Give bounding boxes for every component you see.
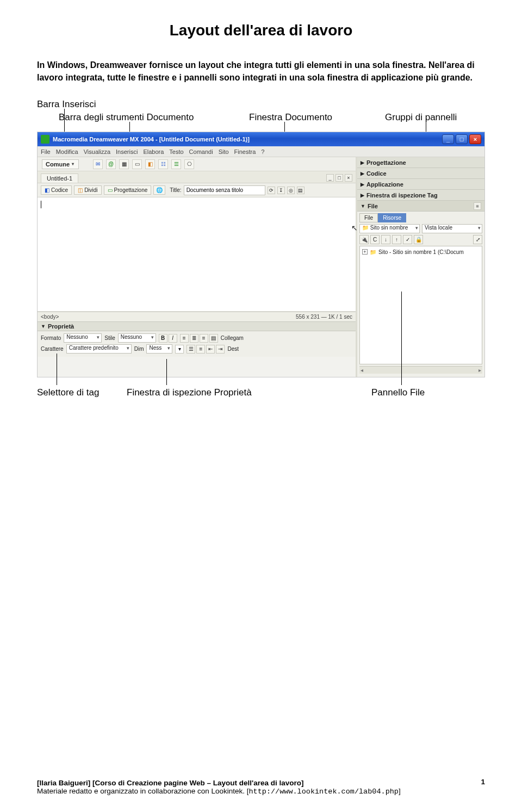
title-input[interactable] [184,185,265,195]
panel-ispezione-tag[interactable]: ▶Finestra di ispezione Tag [357,190,484,201]
image-icon[interactable]: ▭ [132,159,142,169]
tag-selector[interactable]: <body> [41,314,59,320]
italic-icon[interactable]: I [169,334,177,343]
menu-item[interactable]: File [41,148,51,155]
top-annotations: Barra Inserisci Barra degli strumenti Do… [37,99,485,132]
target-label: Dest [227,346,239,352]
code-view-button[interactable]: ◧Codice [41,185,72,195]
insert-category-tab[interactable]: Comune▾ [42,159,79,169]
window-title: Macromedia Dreamweaver MX 2004 - [Untitl… [53,136,250,142]
folder-icon: 📁 [370,249,376,255]
left-column: Comune▾ ✉ @ ▦ ▭ ◧ ☷ ☰ ⎔ Untitled-1 _ □ × [38,157,357,377]
tree-root-row[interactable]: + 📁 Sito - Sitio sin nombre 1 (C:\Docum [362,247,480,256]
options-icon[interactable]: ▤ [297,187,304,194]
file-scrollbar[interactable]: ◂▸ [359,366,482,374]
menu-item[interactable]: Inserisci [116,148,138,155]
design-canvas[interactable]: ↖ [38,197,356,312]
size-combo[interactable]: Ness [146,344,172,354]
list-ul-icon[interactable]: ☰ [187,345,195,354]
menu-item[interactable]: Modifica [56,148,78,155]
panel-progettazione[interactable]: ▶Progettazione [357,157,484,168]
properties-header[interactable]: ▼Proprietà [38,321,356,331]
bottom-annotations: Selettore di tag Finestra di ispezione P… [37,377,485,402]
comment-icon[interactable]: ☰ [171,159,181,169]
menu-item[interactable]: Testo [169,148,183,155]
font-label: Carattere [41,346,64,352]
file-panel-body: File Risorse 📁 Sito sin nombre Vista loc… [357,212,484,377]
table-icon[interactable]: ▦ [119,159,129,169]
date-icon[interactable]: ☷ [158,159,168,169]
doc-restore-icon[interactable]: _ [326,174,334,182]
panel-codice[interactable]: ▶Codice [357,168,484,179]
browser-preview-icon[interactable]: 🌐 [153,185,165,195]
color-swatch[interactable]: ▾ [175,345,184,354]
callout-line [166,359,167,385]
align-left-icon[interactable]: ≡ [180,334,189,343]
footer-line-1: [Ilaria Baigueri] [Corso di Creazione pa… [37,779,485,787]
file-mgmt-icon[interactable]: ↧ [277,187,285,194]
align-justify-icon[interactable]: ▤ [209,334,218,343]
properties-panel: ▼Proprietà Formato Nessuno Stile Nessuno… [38,321,356,357]
refresh-icon[interactable]: ⟳ [268,187,275,194]
menu-item[interactable]: Finestra [234,148,256,155]
list-ol-icon[interactable]: ≡ [196,345,205,354]
page-footer: [Ilaria Baigueri] [Corso di Creazione pa… [37,779,485,796]
insert-category-label: Comune [46,161,70,168]
style-combo[interactable]: Nessuno [118,333,156,343]
panel-menu-icon[interactable]: ≡ [474,202,481,210]
split-view-button[interactable]: ◫Dividi [74,185,101,195]
align-right-icon[interactable]: ≡ [200,334,208,343]
callout-gruppi-pannelli: Gruppi di pannelli [385,112,457,123]
menu-item[interactable]: Elabora [143,148,164,155]
file-tree[interactable]: + 📁 Sito - Sitio sin nombre 1 (C:\Docum [359,246,482,364]
bold-icon[interactable]: B [159,334,167,343]
globe-icon[interactable]: ◎ [287,187,295,194]
outdent-icon[interactable]: ⇤ [206,345,215,354]
callout-pannello-file: Pannello File [371,387,425,398]
page-title: Layout dell'area di lavoro [37,22,485,39]
callout-finestra-doc: Finestra Documento [249,112,332,123]
panel-file[interactable]: ▼File≡ [357,201,484,212]
footer-text: Materiale redatto e organizzato in colla… [37,787,248,795]
document-tab-row: Untitled-1 _ □ × [38,171,356,183]
callout-line [401,292,402,385]
site-combo[interactable]: 📁 Sito sin nombre [359,224,420,233]
indent-icon[interactable]: ⇥ [216,345,225,354]
panel-applicazione[interactable]: ▶Applicazione [357,179,484,190]
document-toolbar: ◧Codice ◫Dividi ▭Progettazione 🌐 Title: … [38,183,356,197]
file-toolbar: 🔌 C ↓ ↑ ✓ 🔒 ⤢ [359,235,482,244]
menu-item[interactable]: Sito [219,148,229,155]
doc-max-icon[interactable]: □ [335,174,343,182]
menu-item[interactable]: Visualizza [84,148,110,155]
font-combo[interactable]: Carattere predefinito [66,344,132,354]
document-tab[interactable]: Untitled-1 [41,173,78,183]
style-label: Stile [104,335,115,341]
menu-item[interactable]: ? [261,148,264,155]
titlebar[interactable]: Macromedia Dreamweaver MX 2004 - [Untitl… [38,132,484,146]
format-combo[interactable]: Nessuno [64,333,102,343]
expand-icon[interactable]: ⤢ [473,235,482,244]
get-icon[interactable]: ↓ [381,235,390,244]
view-combo[interactable]: Vista locale [422,224,482,233]
media-icon[interactable]: ◧ [145,159,155,169]
design-view-button[interactable]: ▭Progettazione [104,185,152,195]
checkout-icon[interactable]: ✓ [403,235,412,244]
put-icon[interactable]: ↑ [392,235,401,244]
close-button[interactable]: × [469,134,481,144]
connect-icon[interactable]: 🔌 [359,235,369,244]
doc-close-icon[interactable]: × [345,174,352,182]
hyperlink-icon[interactable]: ✉ [93,159,103,169]
resources-tab[interactable]: Risorse [378,213,406,222]
callout-selettore-tag: Selettore di tag [37,387,99,398]
maximize-button[interactable]: □ [456,134,468,144]
tag-icon[interactable]: ⎔ [184,159,194,169]
expand-toggle[interactable]: + [362,249,368,255]
email-icon[interactable]: @ [106,159,116,169]
refresh-icon[interactable]: C [370,235,380,244]
file-tab[interactable]: File [359,213,378,222]
align-center-icon[interactable]: ≣ [190,334,198,343]
text-caret [41,201,41,208]
minimize-button[interactable]: _ [442,134,454,144]
menu-item[interactable]: Comandi [189,148,213,155]
checkin-icon[interactable]: 🔒 [414,235,423,244]
